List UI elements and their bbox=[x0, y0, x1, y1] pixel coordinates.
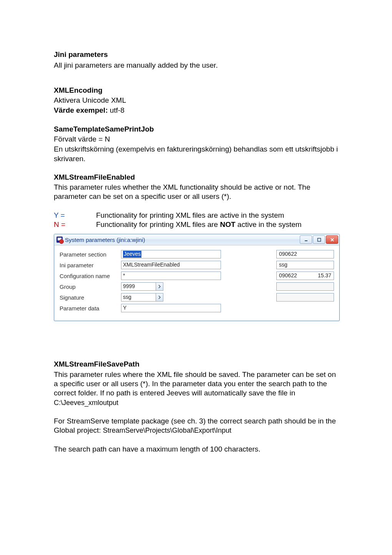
chevron-right-icon bbox=[158, 285, 161, 288]
combo-button-group[interactable] bbox=[156, 282, 163, 291]
val-n-bold: NOT bbox=[220, 220, 235, 228]
input-configuration-name[interactable]: * bbox=[121, 272, 221, 280]
aux-field-2[interactable]: ssg bbox=[276, 261, 334, 269]
label-parameter-data: Parameter data bbox=[60, 305, 121, 312]
window-body: Parameter section Jeeves 090622 Ini para… bbox=[54, 245, 339, 321]
label-ini-parameter: Ini parameter bbox=[60, 262, 121, 269]
input-group[interactable]: 9999 bbox=[121, 282, 156, 291]
heading-xmlstream-enabled: XMLStreamFileEnabled bbox=[54, 173, 338, 182]
row-n: N = Functionality for printing XML files… bbox=[54, 220, 338, 229]
svg-rect-1 bbox=[317, 238, 321, 241]
p1-mono: C:\Jeeves_xmloutput bbox=[54, 399, 118, 407]
value-xmlencoding: utf-8 bbox=[108, 106, 124, 114]
row-y: Y = Functionality for printing XML files… bbox=[54, 211, 338, 220]
aux-value-1: 090622 bbox=[279, 251, 297, 258]
text-xmlstream-savepath-p3: The search path can have a maximum lengt… bbox=[54, 445, 338, 454]
text-sametemplate-line2: En utskriftskörning (exempelvis en faktu… bbox=[54, 145, 338, 163]
key-y: Y = bbox=[54, 211, 96, 220]
aux-field-4[interactable] bbox=[276, 282, 334, 291]
val-y: Functionality for printing XML files are… bbox=[96, 211, 338, 220]
text-jini-intro: All jini parameters are manually added b… bbox=[54, 61, 338, 70]
value-group: 9999 bbox=[123, 283, 135, 290]
window-buttons bbox=[300, 235, 339, 244]
text-xmlstream-savepath-p1: This parameter rules where the XML file … bbox=[54, 370, 338, 407]
text-xmlencoding-line1: Aktivera Unicode XML bbox=[54, 96, 338, 105]
val-n-post: active in the system bbox=[236, 220, 302, 228]
window-titlebar[interactable]: System parameters (jini:a:wjini) bbox=[54, 234, 339, 245]
label-configuration-name: Configuration name bbox=[60, 272, 121, 280]
text-xmlstream-enabled-para: This parameter rules whether the XML fun… bbox=[54, 183, 338, 202]
combo-group[interactable]: 9999 bbox=[121, 282, 163, 291]
maximize-button[interactable] bbox=[313, 235, 325, 244]
label-signature: Signature bbox=[60, 294, 121, 301]
label-parameter-section: Parameter section bbox=[60, 251, 121, 258]
value-parameter-section: Jeeves bbox=[123, 251, 141, 258]
heading-xmlencoding: XMLEncoding bbox=[54, 86, 338, 95]
value-signature: ssg bbox=[123, 294, 131, 301]
p2-mono: StreamServe\Projects\Global\Export\Input bbox=[103, 427, 231, 434]
chevron-right-icon bbox=[158, 295, 161, 299]
val-n: Functionality for printing XML files are… bbox=[96, 220, 338, 229]
row-group: Group 9999 bbox=[60, 282, 334, 292]
text-sametemplate-line1: Förvalt värde = N bbox=[54, 135, 338, 144]
aux-value-2: ssg bbox=[279, 262, 287, 268]
aux-field-5[interactable] bbox=[276, 293, 334, 302]
aux-value-3-right: 15.37 bbox=[316, 272, 334, 280]
document-page: Jini parameters All jini parameters are … bbox=[0, 0, 392, 555]
minimize-button[interactable] bbox=[300, 235, 312, 244]
window-title: System parameters (jini:a:wjini) bbox=[65, 236, 145, 243]
aux-field-3[interactable]: 090622 15.37 bbox=[276, 272, 334, 280]
input-parameter-section[interactable]: Jeeves bbox=[121, 250, 221, 258]
text-xmlstream-savepath-p2: For StreamServe template package (see ch… bbox=[54, 417, 338, 435]
aux-value-3-left: 090622 bbox=[277, 272, 315, 280]
close-button[interactable] bbox=[326, 235, 338, 244]
aux-field-1[interactable]: 090622 bbox=[276, 250, 334, 258]
text-xmlencoding-value: Värde exempel: utf-8 bbox=[54, 106, 338, 115]
value-ini-parameter: XMLStreamFileEnabled bbox=[123, 262, 180, 268]
val-n-pre: Functionality for printing XML files are bbox=[96, 220, 220, 228]
row-parameter-section: Parameter section Jeeves 090622 bbox=[60, 249, 334, 259]
row-ini-parameter: Ini parameter XMLStreamFileEnabled ssg bbox=[60, 260, 334, 270]
row-configuration-name: Configuration name * 090622 15.37 bbox=[60, 271, 334, 281]
input-signature[interactable]: ssg bbox=[121, 293, 156, 302]
system-parameters-window: System parameters (jini:a:wjini) Paramet… bbox=[54, 234, 340, 321]
label-group: Group bbox=[60, 283, 121, 290]
row-signature: Signature ssg bbox=[60, 292, 334, 302]
heading-sametemplate: SameTemplateSamePrintJob bbox=[54, 125, 338, 134]
key-n: N = bbox=[54, 220, 96, 229]
heading-jini-parameters: Jini parameters bbox=[54, 50, 338, 59]
value-parameter-data: Y bbox=[123, 305, 126, 312]
value-configuration-name: * bbox=[123, 272, 125, 279]
window-app-icon bbox=[56, 237, 63, 243]
combo-signature[interactable]: ssg bbox=[121, 293, 163, 302]
combo-button-signature[interactable] bbox=[156, 293, 163, 302]
label-varde-exempel: Värde exempel: bbox=[54, 106, 108, 114]
row-parameter-data: Parameter data Y bbox=[60, 303, 334, 313]
heading-xmlstream-savepath: XMLStreamFileSavePath bbox=[54, 360, 338, 369]
input-parameter-data[interactable]: Y bbox=[121, 304, 221, 312]
input-ini-parameter[interactable]: XMLStreamFileEnabled bbox=[121, 261, 221, 269]
p1-pre: This parameter rules where the XML file … bbox=[54, 370, 336, 397]
